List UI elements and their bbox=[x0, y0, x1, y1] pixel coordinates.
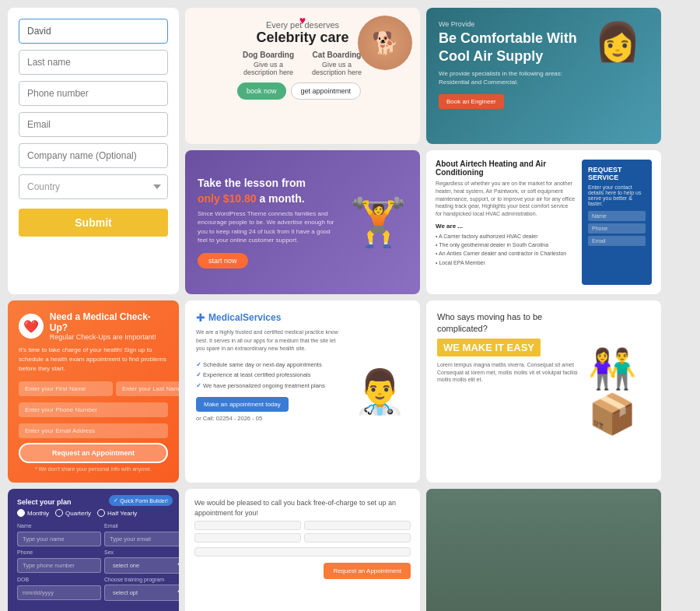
pet-care-card: ♥ Every pet deserves Celebrity care Dog … bbox=[185, 8, 420, 144]
ac-we-are-label: We are ... bbox=[436, 223, 576, 230]
ac-request-box: REQUEST SERVICE Enter your contact detai… bbox=[582, 160, 652, 285]
plan-program-select[interactable]: select opt bbox=[104, 585, 179, 601]
med-callback-card: We would be pleased to call you back fre… bbox=[185, 489, 420, 611]
make-appointment-button[interactable]: Make an appointment today bbox=[196, 397, 289, 412]
quick-form-badge: ✓ Quick Form Builder! bbox=[109, 495, 173, 506]
request-name-input[interactable] bbox=[588, 211, 646, 221]
callback-field-4 bbox=[304, 533, 411, 543]
feature-1: Schedule same day or next-day appointmen… bbox=[196, 360, 343, 370]
ac-bullets-list: • A Carrier factory authorized HVAC deal… bbox=[436, 232, 576, 267]
dob-label: DOB bbox=[17, 577, 101, 582]
medical-title: Need a Medical Check-Up? bbox=[50, 311, 168, 333]
medical-icon: ❤️ bbox=[19, 314, 44, 339]
email-label: Email bbox=[104, 523, 179, 528]
medical-disclaimer: * We don't share your personal info with… bbox=[19, 466, 168, 472]
medical-first-name-input[interactable] bbox=[19, 381, 113, 396]
request-appointment-button-2[interactable]: Request an Appointment bbox=[324, 563, 411, 579]
submit-button[interactable]: Submit bbox=[19, 209, 168, 237]
medical-check-card: ❤️ Need a Medical Check-Up? Regular Chec… bbox=[8, 300, 179, 483]
callback-title: We would be pleased to call you back fre… bbox=[194, 498, 411, 518]
plan-name-input[interactable] bbox=[17, 532, 101, 546]
medical-phone-input[interactable] bbox=[19, 402, 168, 417]
request-appointment-button[interactable]: Request an Appointment bbox=[19, 443, 168, 463]
plan-dob-input[interactable] bbox=[17, 585, 101, 600]
ac-bullet-4: • Local EPA Member bbox=[436, 258, 576, 267]
plan-phone-input[interactable] bbox=[17, 558, 101, 573]
quarterly-radio[interactable] bbox=[55, 509, 63, 517]
medical-services-doctor-image: 👨‍⚕️ bbox=[351, 311, 409, 472]
medical-body: It's time to take charge of your health!… bbox=[19, 346, 168, 374]
wedding-background bbox=[426, 489, 661, 611]
ac-bullet-1: • A Carrier factory authorized HVAC deal… bbox=[436, 232, 576, 241]
half-yearly-label: Half Yearly bbox=[107, 510, 137, 517]
cool-air-card: We Provide Be Comfortable With Cool Air … bbox=[426, 8, 661, 144]
we-provide-label: We Provide bbox=[439, 20, 579, 28]
medical-header: ❤️ Need a Medical Check-Up? Regular Chec… bbox=[19, 311, 168, 341]
moving-content: Who says moving has to be complicated? W… bbox=[437, 311, 582, 472]
registration-form: Country United States Submit bbox=[8, 8, 179, 294]
pet-title: Celebrity care bbox=[237, 30, 368, 46]
program-label: Choose training program bbox=[104, 577, 179, 582]
dog-boarding-item: Dog Boarding Give us a description here bbox=[237, 51, 299, 76]
fitness-person-image: 🏋️ bbox=[349, 199, 408, 246]
request-email-input[interactable] bbox=[588, 236, 646, 246]
book-engineer-button[interactable]: Book an Engineer bbox=[439, 94, 504, 109]
wedding-card: 💑 We'll make your wedding unique and lif… bbox=[426, 489, 661, 611]
phone-input[interactable] bbox=[19, 81, 168, 106]
callback-field-3 bbox=[194, 533, 301, 543]
moving-people-image: 👫📦 bbox=[588, 311, 650, 472]
badge-check-icon: ✓ bbox=[114, 497, 118, 504]
callback-fields-row2 bbox=[194, 533, 411, 543]
quarterly-option[interactable]: Quarterly bbox=[55, 509, 91, 517]
name-label: Name bbox=[17, 523, 101, 528]
half-yearly-option[interactable]: Half Yearly bbox=[97, 509, 137, 517]
request-phone-input[interactable] bbox=[588, 223, 646, 234]
moving-question: Who says moving has to be complicated? bbox=[437, 311, 582, 335]
phone-label: Phone bbox=[17, 550, 101, 555]
half-yearly-radio[interactable] bbox=[97, 509, 105, 517]
medical-last-name-input[interactable] bbox=[116, 381, 179, 396]
ac-about-title: About Airtech Heating and Air Conditioni… bbox=[436, 160, 576, 177]
medical-services-phone: or Call: 02254 - 2026 - 05 bbox=[196, 415, 343, 422]
monthly-label: Monthly bbox=[27, 510, 49, 517]
medical-services-content: ✚ MedicalServices We are a highly truste… bbox=[196, 311, 343, 472]
fitness-start-button[interactable]: start now bbox=[198, 253, 248, 269]
ac-about-content: About Airtech Heating and Air Conditioni… bbox=[436, 160, 576, 285]
feature-2: Experience at least certified profession… bbox=[196, 370, 343, 381]
medical-logo-icon: ✚ bbox=[196, 311, 205, 324]
plan-email-input[interactable] bbox=[104, 532, 179, 546]
company-input[interactable] bbox=[19, 143, 168, 168]
cat-boarding-item: Cat Boarding Give us a description here bbox=[306, 51, 368, 76]
medical-services-features: Schedule same day or next-day appointmen… bbox=[196, 360, 343, 392]
get-appointment-button[interactable]: get appointment bbox=[291, 83, 362, 100]
book-now-button[interactable]: book now bbox=[237, 83, 286, 100]
air-title: Be Comfortable With Cool Air Supply bbox=[439, 30, 579, 66]
air-content: We Provide Be Comfortable With Cool Air … bbox=[439, 20, 579, 109]
plan-options: Monthly Quarterly Half Yearly bbox=[17, 509, 170, 517]
ac-bullet-3: • An Anties Carrier dealer and contracto… bbox=[436, 249, 576, 258]
callback-field-5 bbox=[194, 547, 411, 557]
country-select[interactable]: Country United States bbox=[19, 174, 168, 199]
callback-field-1 bbox=[194, 521, 301, 530]
monthly-radio[interactable] bbox=[17, 509, 25, 517]
email-input[interactable] bbox=[19, 112, 168, 137]
ac-about-card: About Airtech Heating and Air Conditioni… bbox=[426, 150, 661, 294]
callback-fields-row1 bbox=[194, 521, 411, 530]
medical-email-input[interactable] bbox=[19, 423, 168, 438]
moving-card: Who says moving has to be complicated? W… bbox=[426, 300, 661, 483]
monthly-option[interactable]: Monthly bbox=[17, 509, 49, 517]
request-subtitle: Enter your contact details here to help … bbox=[588, 184, 646, 206]
fitness-card: Take the lesson from only $10.80 a month… bbox=[185, 150, 420, 294]
plan-sex-select[interactable]: select one Male Female bbox=[104, 557, 179, 574]
air-person-image: 👩 bbox=[586, 20, 649, 64]
last-name-input[interactable] bbox=[19, 50, 168, 75]
air-description: We provide specialists in the following … bbox=[439, 69, 579, 86]
fitness-title: Take the lesson from only $10.80 a month… bbox=[198, 176, 341, 206]
sex-label: Sex bbox=[104, 550, 179, 555]
fitness-content: Take the lesson from only $10.80 a month… bbox=[198, 176, 341, 269]
plan-fields: Name Email Phone Sex select one Male Fem… bbox=[17, 523, 170, 601]
first-name-input[interactable] bbox=[19, 19, 168, 44]
medical-services-card: ✚ MedicalServices We are a highly truste… bbox=[185, 300, 420, 483]
ac-bullet-2: • The only geothermal dealer in South Ca… bbox=[436, 241, 576, 249]
medical-services-logo: ✚ MedicalServices bbox=[196, 311, 343, 324]
